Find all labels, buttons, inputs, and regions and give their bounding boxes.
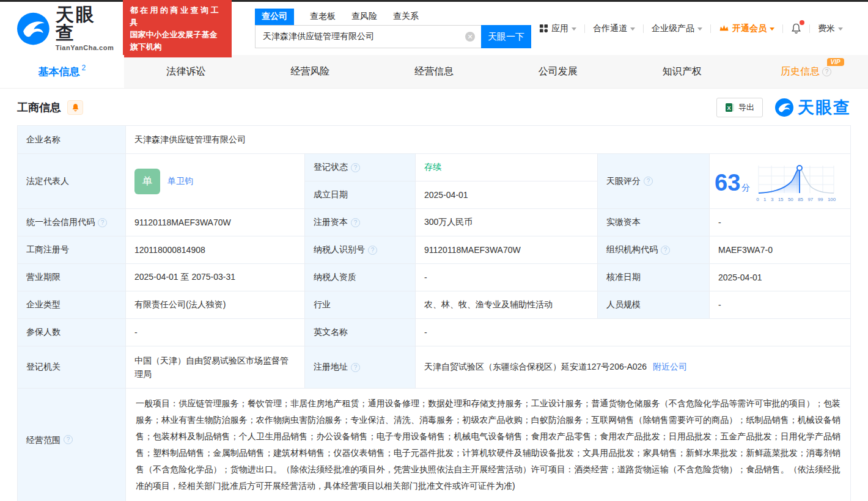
nav-apps[interactable]: 应用: [531, 23, 584, 34]
bell-icon: [791, 23, 801, 34]
chevron-down-icon: [630, 27, 635, 31]
search-button[interactable]: 天眼一下: [481, 25, 531, 48]
score-axis-ticks: 0131550859799100: [756, 197, 836, 202]
help-icon[interactable]: ?: [644, 177, 653, 186]
help-icon[interactable]: ?: [98, 218, 107, 227]
field-label-establish-date: 成立日期: [305, 181, 415, 208]
vip-badge: VIP: [827, 58, 844, 66]
nav-enterprise-products[interactable]: 企业级产品: [644, 23, 710, 34]
tab-business-risk-label: 经营风险: [290, 65, 329, 78]
help-icon[interactable]: ?: [351, 163, 360, 172]
field-value-legal-rep: 单 单卫钧: [126, 154, 304, 208]
nav-partner-channel[interactable]: 合作通道: [585, 23, 643, 34]
slogan-line1: 都在用的商业查询工具: [130, 4, 225, 29]
search-tab-company[interactable]: 查公司: [255, 9, 294, 25]
notifications-button[interactable]: [783, 23, 809, 34]
search-tabs: 查公司 查老板 查风险 查关系: [255, 9, 531, 25]
field-label-industry: 行业: [305, 291, 415, 318]
excel-icon: X: [725, 103, 735, 112]
help-icon[interactable]: ?: [822, 67, 831, 76]
search-input[interactable]: [255, 25, 481, 48]
clear-search-icon[interactable]: ✕: [465, 32, 475, 42]
field-value-registered-address: 天津自贸试验区（东疆综合保税区）延安道127号206-A026 附近公司: [416, 346, 850, 388]
tab-basic-info[interactable]: 基本信息 2: [0, 55, 124, 88]
tab-business-risk[interactable]: 经营风险: [248, 55, 372, 88]
score-unit: 分: [741, 183, 750, 192]
field-label-insured-count: 参保人数: [18, 319, 125, 346]
field-value-company-name: 天津森津供应链管理有限公司: [126, 126, 850, 153]
field-value-registration-authority: 中国（天津）自由贸易试验区市场监督管理局: [126, 346, 304, 388]
help-icon[interactable]: ?: [661, 246, 670, 255]
field-label-legal-rep: 法定代表人: [18, 154, 125, 208]
site-header: 天眼查 TianYanCha.com 都在用的商业查询工具 国家中小企业发展子基…: [0, 2, 868, 55]
field-label-registered-address: 注册地址?: [305, 346, 415, 388]
field-label-reg-capital: 注册资本?: [305, 209, 415, 236]
field-value-credit-code: 91120118MAEF3WA70W: [126, 209, 304, 236]
field-label-staff-size: 人员规模: [598, 291, 709, 318]
field-label-org-code: 组织机构代码?: [598, 236, 709, 263]
nav-open-vip[interactable]: 开通会员: [711, 23, 782, 34]
tab-basic-info-label: 基本信息: [39, 65, 80, 79]
bell-icon: [72, 103, 79, 112]
search-tab-boss[interactable]: 查老板: [310, 11, 336, 25]
field-value-paid-capital: -: [710, 209, 850, 236]
tab-business-info[interactable]: 经营信息: [372, 55, 496, 88]
help-icon[interactable]: ?: [368, 246, 377, 255]
brand-name: 天眼查: [56, 5, 115, 42]
chevron-down-icon: [838, 27, 843, 31]
help-icon[interactable]: ?: [64, 435, 73, 444]
nav-partner-label: 合作通道: [593, 23, 627, 34]
field-value-org-code: MAEF3WA7-0: [710, 236, 850, 263]
search-tab-relation[interactable]: 查关系: [393, 11, 419, 25]
section-header: 工商信息 X 导出 天眼查: [0, 89, 868, 125]
tab-legal-litigation[interactable]: 法律诉讼: [124, 55, 248, 88]
legal-rep-avatar[interactable]: 单: [134, 169, 160, 194]
field-value-english-name: -: [416, 319, 850, 346]
help-icon[interactable]: ?: [351, 363, 360, 372]
svg-text:X: X: [727, 105, 730, 111]
tab-company-development[interactable]: 公司发展: [496, 55, 620, 88]
brand-watermark: 天眼查: [775, 97, 851, 119]
chevron-down-icon: [697, 27, 702, 31]
tab-intellectual-property[interactable]: 知识产权: [620, 55, 744, 88]
score-value: 63: [715, 170, 740, 196]
search-area: 查公司 查老板 查风险 查关系 ✕ 天眼一下: [255, 9, 531, 48]
field-value-approval-date: 2025-04-01: [710, 264, 850, 291]
field-value-insured-count: -: [126, 319, 304, 346]
field-label-reg-status: 登记状态?: [305, 154, 415, 181]
field-label-company-name: 企业名称: [18, 126, 125, 153]
field-value-industry: 农、林、牧、渔专业及辅助性活动: [416, 291, 597, 318]
chevron-down-icon: [572, 27, 576, 31]
help-icon[interactable]: ?: [351, 218, 360, 227]
monitor-bell-button[interactable]: [67, 100, 83, 115]
score-curve-chart: [756, 163, 836, 196]
top-nav: 应用 合作通道 企业级产品 开通会员: [531, 23, 851, 34]
field-label-english-name: 英文名称: [305, 319, 415, 346]
field-value-score[interactable]: 63分: [710, 154, 850, 208]
nav-enterprise-label: 企业级产品: [652, 23, 694, 34]
username: 费米: [818, 23, 835, 34]
legal-rep-link[interactable]: 单卫钧: [167, 176, 193, 187]
export-button[interactable]: X 导出: [716, 98, 763, 117]
registered-address-text: 天津自贸试验区（东疆综合保税区）延安道127号206-A026: [424, 362, 647, 373]
field-label-score: 天眼评分?: [598, 154, 709, 208]
field-value-staff-size: -: [710, 291, 850, 318]
tab-company-development-label: 公司发展: [539, 65, 578, 78]
nav-vip-label: 开通会员: [732, 23, 767, 34]
slogan-line2: 国家中小企业发展子基金旗下机构: [130, 29, 225, 53]
tab-legal-litigation-label: 法律诉讼: [166, 65, 205, 78]
field-label-credit-code: 统一社会信用代码?: [18, 209, 125, 236]
tianyancha-logo[interactable]: 天眼查 TianYanCha.com: [17, 5, 114, 51]
field-label-approval-date: 核准日期: [598, 264, 709, 291]
tab-history-info[interactable]: VIP 历史信息 ?: [744, 55, 868, 88]
field-value-establish-date: 2025-04-01: [416, 181, 597, 208]
nearby-companies-link[interactable]: 附近公司: [653, 362, 687, 373]
crown-icon: [719, 24, 729, 33]
tab-history-info-label: 历史信息: [781, 65, 820, 78]
tab-basic-info-count: 2: [82, 64, 86, 72]
field-value-business-term: 2025-04-01 至 2075-03-31: [126, 264, 304, 291]
field-label-taxpayer-qualification: 纳税人资质: [305, 264, 415, 291]
search-tab-risk[interactable]: 查风险: [351, 11, 377, 25]
nav-user-account[interactable]: 费米: [810, 23, 851, 34]
unread-dot: [800, 20, 804, 25]
